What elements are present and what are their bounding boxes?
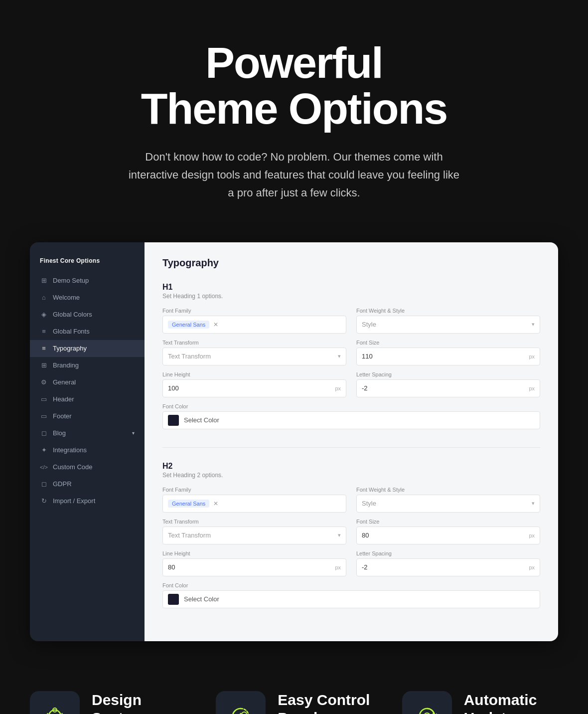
- h1-letter-spacing-label: Letter Spacing: [356, 371, 540, 377]
- sidebar-label-welcome: Welcome: [53, 294, 80, 301]
- sidebar-label-demo-setup: Demo Setup: [53, 277, 89, 284]
- sidebar-item-typography[interactable]: ≡ Typography: [30, 340, 145, 357]
- sidebar-item-global-fonts[interactable]: ≡ Global Fonts: [30, 323, 145, 340]
- h1-letter-spacing-control[interactable]: px: [356, 379, 540, 397]
- sidebar-label-header: Header: [53, 395, 74, 403]
- h1-letter-spacing-group: Letter Spacing px: [356, 371, 540, 397]
- h1-heading: H1: [162, 283, 540, 292]
- sidebar-label-footer: Footer: [53, 412, 72, 420]
- h2-font-family-control[interactable]: General Sans ✕: [162, 495, 346, 513]
- updates-text: Automatic Updates: [464, 691, 537, 714]
- hero-title: Powerful Theme Options: [80, 40, 508, 132]
- h1-font-color-control[interactable]: Select Color: [162, 411, 540, 429]
- import-export-icon: ↻: [40, 497, 48, 505]
- h2-heading: H2: [162, 462, 540, 471]
- h2-font-size-input[interactable]: [362, 532, 527, 539]
- h2-font-weight-control[interactable]: Style ▾: [356, 495, 540, 513]
- sidebar-title: Finest Core Options: [30, 252, 145, 272]
- h1-line-height-label: Line Height: [162, 371, 346, 377]
- control-panel-title: Easy Control Panel: [278, 691, 370, 714]
- h1-font-size-control[interactable]: px: [356, 348, 540, 365]
- h2-line-height-group: Line Height px: [162, 550, 346, 576]
- sidebar-item-footer[interactable]: ▭ Footer: [30, 408, 145, 425]
- h1-font-family-control[interactable]: General Sans ✕: [162, 316, 346, 334]
- h1-font-family-clear[interactable]: ✕: [213, 321, 218, 328]
- updates-icon: [415, 704, 440, 714]
- h2-select-color-label: Select Color: [184, 595, 219, 603]
- h2-letter-spacing-input[interactable]: [362, 563, 527, 571]
- custom-code-icon: </>: [40, 463, 48, 471]
- h2-font-color-section: Font Color Select Color: [162, 582, 540, 608]
- h2-font-size-label: Font Size: [356, 519, 540, 525]
- design-system-icon: [42, 704, 67, 714]
- feature-design-system: Design System: [30, 691, 186, 714]
- h1-text-transform-arrow: ▾: [338, 353, 341, 359]
- demo-setup-icon: ⊞: [40, 277, 48, 285]
- global-fonts-icon: ≡: [40, 328, 48, 336]
- h2-font-weight-arrow: ▾: [532, 500, 535, 507]
- h1-font-weight-label: Font Weight & Style: [356, 308, 540, 314]
- blog-chevron-icon: ▾: [132, 430, 135, 436]
- h2-description: Set Heading 2 options.: [162, 472, 540, 479]
- main-content: Typography H1 Set Heading 1 options. Fon…: [145, 242, 558, 641]
- control-panel-icon-box: [216, 691, 266, 714]
- h2-line-height-control[interactable]: px: [162, 558, 346, 576]
- sidebar-item-import-export[interactable]: ↻ Import / Export: [30, 493, 145, 510]
- h1-text-transform-control[interactable]: Text Transform ▾: [162, 348, 346, 365]
- h2-font-family-group: Font Family General Sans ✕: [162, 487, 346, 513]
- h1-letter-spacing-input[interactable]: [362, 384, 527, 392]
- footer-icon: ▭: [40, 412, 48, 420]
- sidebar-label-global-colors: Global Colors: [53, 311, 92, 318]
- h2-color-swatch[interactable]: [168, 594, 179, 605]
- h2-font-color-control[interactable]: Select Color: [162, 590, 540, 608]
- h1-line-height-control[interactable]: px: [162, 379, 346, 397]
- branding-icon: ⊞: [40, 361, 48, 369]
- sidebar-item-branding[interactable]: ⊞ Branding: [30, 357, 145, 374]
- h1-font-size-unit: px: [529, 354, 535, 359]
- sidebar-item-general[interactable]: ⚙ General: [30, 374, 145, 391]
- features-section: Design System Easy Control Panel: [0, 671, 588, 714]
- h2-letter-spacing-control[interactable]: px: [356, 558, 540, 576]
- h2-font-color-label: Font Color: [162, 582, 540, 588]
- h2-typography-block: H2 Set Heading 2 options. Font Family Ge…: [162, 462, 540, 608]
- h2-text-transform-group: Text Transform Text Transform ▾: [162, 519, 346, 544]
- feature-easy-control-panel: Easy Control Panel: [216, 691, 372, 714]
- global-colors-icon: ◈: [40, 311, 48, 319]
- sidebar-item-gdpr[interactable]: ◻ GDPR: [30, 476, 145, 493]
- h2-font-family-clear[interactable]: ✕: [213, 500, 218, 507]
- h1-font-color-label: Font Color: [162, 403, 540, 409]
- h2-letter-spacing-group: Letter Spacing px: [356, 550, 540, 576]
- h1-font-weight-select[interactable]: Style: [362, 321, 530, 328]
- h1-font-family-tag: General Sans: [168, 321, 209, 329]
- sidebar-item-integrations[interactable]: ✦ Integrations: [30, 442, 145, 459]
- sidebar-item-header[interactable]: ▭ Header: [30, 391, 145, 408]
- sidebar-label-custom-code: Custom Code: [53, 463, 92, 471]
- h1-line-height-unit: px: [335, 385, 341, 391]
- design-system-text: Design System: [92, 691, 145, 714]
- h1-line-height-group: Line Height px: [162, 371, 346, 397]
- sidebar-label-blog: Blog: [53, 429, 66, 437]
- h1-line-height-input[interactable]: [168, 384, 333, 392]
- h1-font-size-input[interactable]: [362, 353, 527, 360]
- h1-description: Set Heading 1 options.: [162, 293, 540, 300]
- sidebar-item-global-colors[interactable]: ◈ Global Colors: [30, 306, 145, 323]
- h2-text-transform-control[interactable]: Text Transform ▾: [162, 527, 346, 544]
- h2-text-transform-select[interactable]: Text Transform: [168, 532, 336, 539]
- sidebar-item-blog[interactable]: ◻ Blog ▾: [30, 425, 145, 442]
- sidebar-item-demo-setup[interactable]: ⊞ Demo Setup: [30, 272, 145, 289]
- h2-line-height-input[interactable]: [168, 563, 333, 571]
- sidebar-item-welcome[interactable]: ⌂ Welcome: [30, 289, 145, 306]
- h2-letter-spacing-label: Letter Spacing: [356, 550, 540, 556]
- sidebar-label-branding: Branding: [53, 361, 79, 369]
- control-panel-icon: [228, 704, 253, 714]
- sidebar-label-general: General: [53, 378, 76, 386]
- h2-font-size-control[interactable]: px: [356, 527, 540, 544]
- h1-color-swatch[interactable]: [168, 415, 179, 426]
- header-icon: ▭: [40, 395, 48, 403]
- sidebar-item-custom-code[interactable]: </> Custom Code: [30, 459, 145, 476]
- h1-text-transform-select[interactable]: Text Transform: [168, 353, 336, 360]
- h1-font-weight-control[interactable]: Style ▾: [356, 316, 540, 334]
- h2-font-weight-select[interactable]: Style: [362, 500, 530, 507]
- sidebar-label-typography: Typography: [53, 345, 87, 352]
- svg-point-3: [242, 712, 247, 714]
